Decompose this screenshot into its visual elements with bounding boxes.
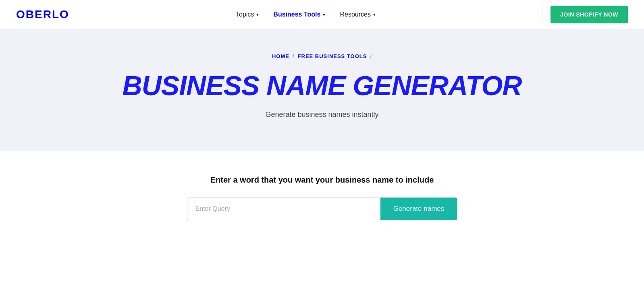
hero-section: HOME / FREE BUSINESS TOOLS / BUSINESS NA…: [0, 29, 644, 151]
join-shopify-button[interactable]: JOIN SHOPIFY NOW: [551, 6, 628, 23]
page-title: BUSINESS NAME GENERATOR: [0, 71, 644, 101]
topics-chevron-icon: ▾: [256, 12, 259, 17]
navbar: OBERLO Topics ▾ Business Tools ▾ Resourc…: [0, 0, 644, 29]
navbar-nav: Topics ▾ Business Tools ▾ Resources ▾: [236, 11, 376, 18]
resources-chevron-icon: ▾: [373, 12, 376, 17]
nav-topics[interactable]: Topics ▾: [236, 11, 259, 18]
breadcrumb-sep-1: /: [293, 53, 295, 59]
nav-topics-label: Topics: [236, 11, 254, 18]
logo[interactable]: OBERLO: [16, 8, 69, 21]
generator-label: Enter a word that you want your business…: [0, 175, 644, 185]
nav-resources-label: Resources: [340, 11, 370, 18]
navbar-divider: [542, 6, 542, 23]
navbar-logo-area: OBERLO: [16, 8, 69, 21]
nav-business-tools[interactable]: Business Tools ▾: [273, 11, 325, 18]
nav-resources[interactable]: Resources ▾: [340, 11, 375, 18]
business-tools-chevron-icon: ▾: [323, 12, 325, 17]
breadcrumb-home[interactable]: HOME: [272, 53, 289, 59]
generator-section: Enter a word that you want your business…: [0, 151, 644, 236]
query-input[interactable]: [187, 198, 380, 220]
generator-input-row: Generate names: [0, 198, 644, 220]
hero-subtitle: Generate business names instantly: [0, 110, 644, 119]
breadcrumb-sep-2: /: [370, 53, 372, 59]
navbar-right: JOIN SHOPIFY NOW: [542, 6, 628, 23]
breadcrumb-current: FREE BUSINESS TOOLS: [298, 53, 367, 59]
generate-names-button[interactable]: Generate names: [380, 198, 457, 220]
breadcrumb: HOME / FREE BUSINESS TOOLS /: [0, 53, 644, 59]
nav-business-tools-label: Business Tools: [273, 11, 320, 18]
